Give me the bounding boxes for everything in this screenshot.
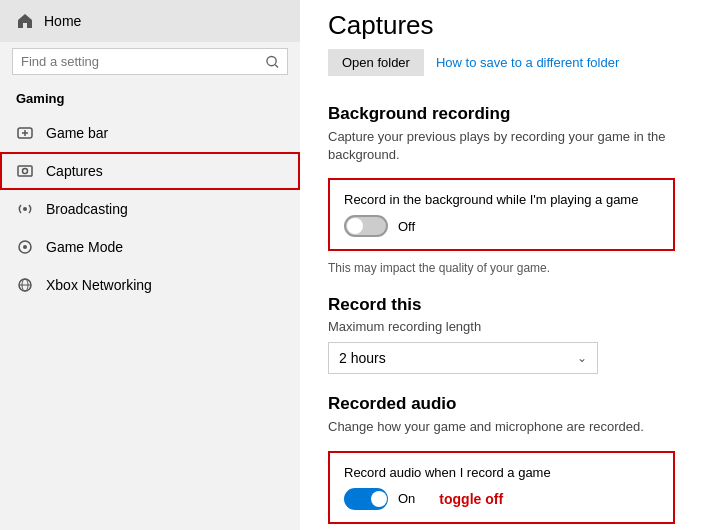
sidebar-item-game-bar[interactable]: Game bar (0, 114, 300, 152)
sidebar-item-label: Game bar (46, 125, 108, 141)
background-record-toggle[interactable] (344, 215, 388, 237)
max-rec-label: Maximum recording length (328, 319, 675, 334)
sidebar-item-label: Captures (46, 163, 103, 179)
home-label: Home (44, 13, 81, 29)
audio-toggle-thumb (371, 491, 387, 507)
record-this-title: Record this (328, 295, 675, 315)
search-box[interactable] (12, 48, 288, 75)
section-title: Gaming (0, 85, 300, 114)
audio-section-desc: Change how your game and microphone are … (328, 418, 675, 436)
audio-section: Recorded audio Change how your game and … (328, 394, 675, 523)
game-mode-icon (16, 238, 34, 256)
svg-line-1 (275, 64, 278, 67)
audio-toggle-label: On (398, 491, 415, 506)
captures-actions: Open folder How to save to a different f… (328, 49, 675, 76)
background-record-box: Record in the background while I'm playi… (328, 178, 675, 251)
dropdown-row: 2 hours ⌄ (328, 342, 675, 374)
sidebar-item-label: Xbox Networking (46, 277, 152, 293)
dropdown-value: 2 hours (339, 350, 386, 366)
page-title: Captures (328, 0, 675, 41)
game-bar-icon (16, 124, 34, 142)
toggle-thumb (347, 218, 363, 234)
sidebar-item-game-mode[interactable]: Game Mode (0, 228, 300, 266)
background-toggle-row: Off (344, 215, 659, 237)
background-setting-label: Record in the background while I'm playi… (344, 192, 659, 207)
broadcasting-icon (16, 200, 34, 218)
sidebar: Home Gaming Game bar Captures (0, 0, 300, 530)
sidebar-item-label: Broadcasting (46, 201, 128, 217)
audio-setting-label: Record audio when I record a game (344, 465, 659, 480)
sidebar-item-xbox-networking[interactable]: Xbox Networking (0, 266, 300, 304)
sidebar-home[interactable]: Home (0, 0, 300, 42)
save-link[interactable]: How to save to a different folder (436, 55, 619, 70)
captures-icon (16, 162, 34, 180)
impact-note: This may impact the quality of your game… (328, 261, 675, 275)
audio-toggle-track (344, 488, 388, 510)
audio-toggle-row: On toggle off (344, 488, 659, 510)
sidebar-item-label: Game Mode (46, 239, 123, 255)
svg-rect-5 (18, 166, 32, 176)
home-icon (16, 12, 34, 30)
recording-length-dropdown[interactable]: 2 hours ⌄ (328, 342, 598, 374)
background-section-title: Background recording (328, 104, 675, 124)
xbox-networking-icon (16, 276, 34, 294)
background-section-desc: Capture your previous plays by recording… (328, 128, 675, 164)
record-this-section: Record this Maximum recording length 2 h… (328, 295, 675, 374)
svg-point-0 (267, 56, 276, 65)
svg-point-9 (23, 245, 27, 249)
sidebar-item-captures[interactable]: Captures (0, 152, 300, 190)
toggle-annotation: toggle off (439, 491, 503, 507)
audio-record-toggle[interactable] (344, 488, 388, 510)
search-input[interactable] (21, 54, 260, 69)
main-content: Captures Open folder How to save to a di… (300, 0, 703, 530)
svg-point-6 (23, 169, 28, 174)
sidebar-item-broadcasting[interactable]: Broadcasting (0, 190, 300, 228)
background-recording-section: Background recording Capture your previo… (328, 104, 675, 275)
search-icon (266, 55, 279, 69)
svg-point-7 (23, 207, 27, 211)
chevron-down-icon: ⌄ (577, 351, 587, 365)
audio-section-title: Recorded audio (328, 394, 675, 414)
open-folder-button[interactable]: Open folder (328, 49, 424, 76)
background-toggle-label: Off (398, 219, 415, 234)
audio-record-box: Record audio when I record a game On tog… (328, 451, 675, 524)
toggle-track (344, 215, 388, 237)
